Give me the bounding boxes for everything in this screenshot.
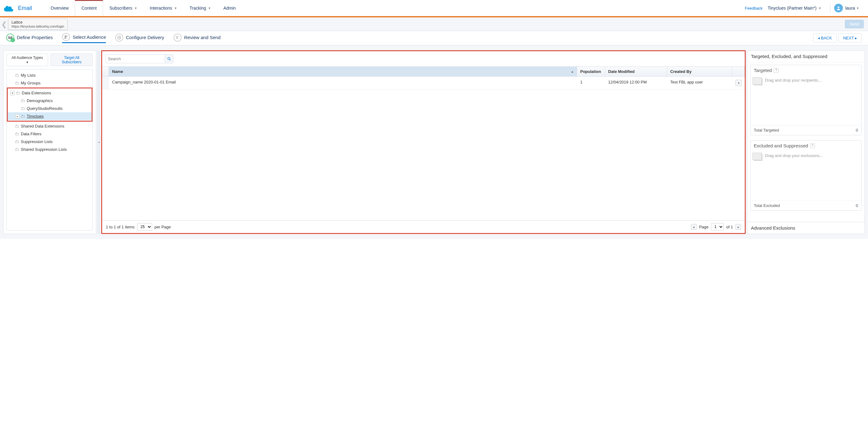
check-icon: ✓ <box>10 38 15 42</box>
chevron-down-icon: ▼ <box>26 61 29 64</box>
collapse-icon[interactable]: ▾ <box>10 91 14 95</box>
tree-item-shared-de[interactable]: 🗀Shared Data Extensions <box>7 122 93 130</box>
tree-item-tinyclues[interactable]: ▸🗀Tinyclues <box>8 112 92 120</box>
search-icon[interactable] <box>164 55 173 63</box>
grid-header-date[interactable]: Date Modified <box>605 67 667 76</box>
folder-icon: 🗀 <box>15 132 19 136</box>
grid-header-actions <box>732 67 745 76</box>
chevron-down-icon: ▼ <box>134 6 137 10</box>
folder-icon: 🗀 <box>21 98 25 103</box>
chevron-down-icon[interactable]: ▼ <box>818 6 822 10</box>
tree-item-data-filters[interactable]: 🗀Data Filters <box>7 130 93 138</box>
audience-type-filter[interactable]: All Audience Types ▼ <box>6 54 48 66</box>
tree-item-data-extensions[interactable]: ▾🗀Data Extensions <box>8 89 92 97</box>
excluded-panel: Excluded and Suppressed? Drag and drop y… <box>750 140 862 211</box>
wizard-step-configure-delivery[interactable]: Configure Delivery <box>115 34 164 43</box>
sub-row: ❮ Lattice https://tinyclues.latticehq.co… <box>0 18 868 31</box>
target-all-subscribers-button[interactable]: Target All Subscribers <box>51 54 93 66</box>
nav-tab-overview[interactable]: Overview <box>44 0 75 16</box>
folder-icon: 🗀 <box>15 147 19 152</box>
folder-icon: 🗀 <box>15 81 19 85</box>
advanced-exclusions[interactable]: Advanced Exclusions <box>747 222 865 234</box>
excluded-drop-area[interactable]: Drag and drop your exclusions... <box>751 151 861 200</box>
highlighted-tree-section: ▾🗀Data Extensions 🗀Demographics 🗀QuerySt… <box>7 88 93 122</box>
nav-tab-tracking[interactable]: Tracking▼ <box>183 0 217 16</box>
wizard-step-label: Select Audience <box>73 34 106 40</box>
nav-tab-label: Content <box>81 6 97 10</box>
tree-label: Tinyclues <box>27 114 43 119</box>
page-next-button[interactable]: ▸ <box>736 224 741 230</box>
expand-icon[interactable]: ▸ <box>15 114 20 119</box>
feedback-link[interactable]: Feedback <box>745 6 763 10</box>
sort-asc-icon: ▲ <box>571 70 574 73</box>
tree-item-demographics[interactable]: 🗀Demographics <box>8 97 92 104</box>
svg-point-0 <box>838 6 839 8</box>
folder-tree: 🗀My Lists 🗀My Groups ▾🗀Data Extensions 🗀… <box>6 69 93 231</box>
folder-icon: 🗀 <box>15 73 19 77</box>
tree-item-my-groups[interactable]: 🗀My Groups <box>7 79 93 87</box>
avatar[interactable] <box>834 4 843 12</box>
tree-item-my-lists[interactable]: 🗀My Lists <box>7 71 93 79</box>
grid-drag-column <box>102 67 109 76</box>
nav-tab-content[interactable]: Content <box>75 0 103 16</box>
chevron-down-icon[interactable]: ▼ <box>856 6 859 10</box>
table-row[interactable]: Campaign_name 2020-01-01 Email 1 12/04/2… <box>102 77 745 89</box>
target-panel-header: Targeted, Excluded, and Suppressed <box>747 51 865 62</box>
header-label: Date Modified <box>608 69 634 74</box>
nav-tab-label: Overview <box>51 6 69 10</box>
total-targeted-label: Total Targeted <box>754 128 779 132</box>
help-icon[interactable]: ? <box>810 143 815 148</box>
filter-label: All Audience Types <box>11 56 43 60</box>
help-icon[interactable]: ? <box>774 68 779 73</box>
org-switcher[interactable]: Tinyclues (Partner Main*) <box>768 6 816 10</box>
next-button[interactable]: NEXT ▸ <box>838 34 862 42</box>
main-content: All Audience Types ▼ Target All Subscrib… <box>0 45 868 239</box>
row-actions-menu[interactable]: ▾ <box>736 80 742 86</box>
cell-date: 12/04/2019 12:00 PM <box>605 77 667 89</box>
step-icon: ✓ <box>6 34 14 41</box>
grid-header-created-by[interactable]: Created By <box>667 67 732 76</box>
back-arrow-icon[interactable]: ❮ <box>1 21 7 29</box>
targeted-panel: Targeted? Drag and drop your recipients.… <box>750 65 862 135</box>
nav-tab-admin[interactable]: Admin <box>217 0 242 16</box>
wizard-steps: ✓ Define Properties Select Audience Conf… <box>0 31 868 45</box>
wizard-step-label: Configure Delivery <box>126 35 164 40</box>
page-prev-button[interactable]: ◂ <box>691 224 696 230</box>
wizard-step-review-send[interactable]: Review and Send <box>174 34 221 43</box>
tooltip-title: Lattice <box>11 20 64 25</box>
drag-handle-icon[interactable] <box>102 77 109 89</box>
page-size-select[interactable]: 25 <box>137 223 152 231</box>
grid-header-name[interactable]: Name▲ <box>109 67 577 76</box>
cell-population: 1 <box>577 77 605 89</box>
total-targeted-value: 0 <box>856 128 858 132</box>
tree-item-shared-suppression[interactable]: 🗀Shared Suppression Lists <box>7 145 93 153</box>
nav-tabs: Overview Content Subscribers▼ Interactio… <box>44 0 242 16</box>
pager-summary: 1 to 1 of 1 items <box>106 225 135 229</box>
send-button[interactable]: Send <box>845 20 864 28</box>
collapse-left-handle[interactable]: ◂ <box>97 50 100 234</box>
wizard-step-label: Define Properties <box>17 35 53 40</box>
wizard-step-select-audience[interactable]: Select Audience <box>62 33 106 43</box>
tree-item-suppression[interactable]: 🗀Suppression Lists <box>7 138 93 145</box>
nav-tab-subscribers[interactable]: Subscribers▼ <box>103 0 144 16</box>
tree-label: Shared Data Extensions <box>21 124 64 128</box>
page-number-select[interactable]: 1 <box>711 223 724 231</box>
chevron-down-icon: ▼ <box>174 6 177 10</box>
nav-tab-interactions[interactable]: Interactions▼ <box>144 0 183 16</box>
button-label: BACK <box>821 36 832 40</box>
header-label: Population <box>580 69 601 74</box>
targeted-drop-area[interactable]: Drag and drop your recipients... <box>751 75 861 125</box>
user-name[interactable]: laura <box>845 6 855 10</box>
nav-tab-label: Subscribers <box>109 6 132 10</box>
total-excluded-value: 0 <box>856 203 858 208</box>
wizard-step-define-properties[interactable]: ✓ Define Properties <box>6 34 53 43</box>
folder-icon: 🗀 <box>15 139 19 144</box>
tree-label: My Groups <box>21 81 41 85</box>
cell-name: Campaign_name 2020-01-01 Email <box>109 77 577 89</box>
back-button[interactable]: ◂ BACK <box>813 34 837 42</box>
grid-header-population[interactable]: Population <box>577 67 605 76</box>
page-of-label: of 1 <box>726 225 733 229</box>
svg-point-4 <box>168 57 170 60</box>
search-input[interactable] <box>105 55 164 63</box>
tree-item-query-studio[interactable]: 🗀QueryStudioResults <box>8 104 92 112</box>
